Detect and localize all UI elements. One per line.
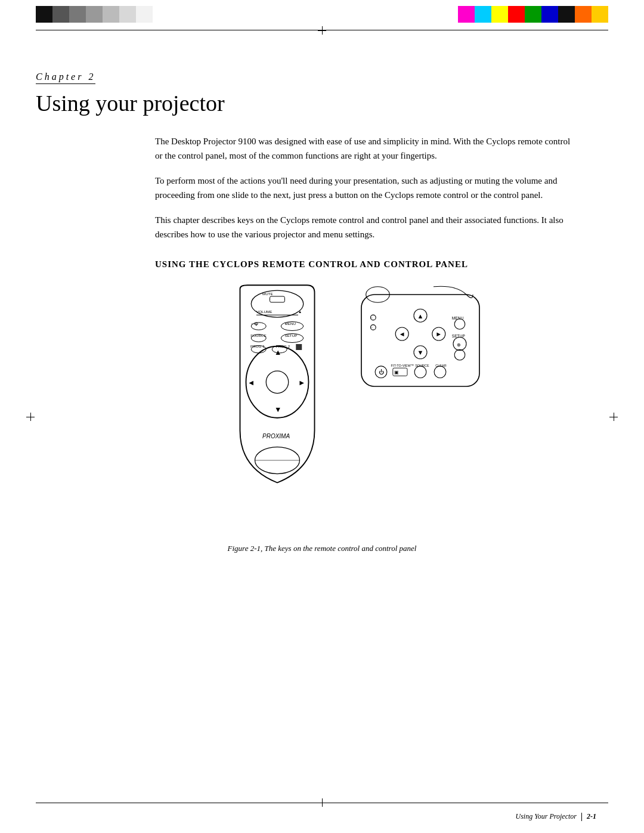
crosshair-right: [608, 411, 619, 422]
svg-point-47: [454, 349, 465, 360]
color-blocks-right: [458, 6, 608, 23]
svg-rect-2: [270, 296, 285, 302]
svg-text:►: ►: [435, 330, 442, 337]
svg-text:▼: ▼: [274, 405, 281, 414]
figure-caption: Figure 2-1, The keys on the remote contr…: [36, 544, 608, 553]
svg-text:▣: ▣: [394, 370, 399, 375]
remote-control-diagram: MUTE VOLUME ▲ ☼/⏻ MENU SOURCE SETUP PROG…: [218, 281, 337, 535]
svg-text:○: ○: [370, 326, 372, 329]
paragraph-3: This chapter describes keys on the Cyclo…: [155, 213, 572, 241]
crosshair-top: [317, 25, 327, 36]
svg-text:SOURCE: SOURCE: [250, 333, 267, 337]
svg-text:MUTE: MUTE: [262, 292, 273, 296]
color-blocks-left: [36, 6, 153, 23]
main-content: Chapter 2 Using your projector The Deskt…: [36, 42, 608, 797]
svg-text:◄: ◄: [399, 330, 405, 337]
svg-rect-16: [296, 344, 302, 350]
svg-text:⊕: ⊕: [457, 342, 461, 348]
footer: Using Your Projector 2-1: [516, 812, 596, 821]
svg-point-56: [434, 366, 446, 378]
section-heading: USING THE CYCLOPS REMOTE CONTROL AND CON…: [155, 259, 608, 270]
svg-text:⏻: ⏻: [379, 369, 384, 375]
svg-text:FIT-TO-VIEW™: FIT-TO-VIEW™: [391, 364, 414, 367]
page-number: 2-1: [587, 812, 596, 821]
svg-text:▲: ▲: [417, 312, 424, 320]
svg-point-8: [251, 323, 266, 330]
svg-point-43: [454, 319, 465, 330]
control-panel-diagram: ○ ○ ▲ ◄ ► ▼ MENU ⊕ SETUP: [355, 281, 486, 413]
paragraph-2: To perform most of the actions you'll ne…: [155, 174, 572, 202]
svg-text:▲: ▲: [274, 348, 281, 357]
svg-text:SETUP: SETUP: [452, 334, 466, 338]
svg-text:►: ►: [298, 379, 305, 387]
chapter-title: Using your projector: [36, 90, 608, 116]
svg-text:◄: ◄: [247, 379, 255, 387]
svg-text:▲: ▲: [298, 309, 302, 314]
footer-text: Using Your Projector: [516, 812, 577, 821]
svg-text:○: ○: [370, 316, 372, 320]
paragraph-1: The Desktop Projector 9100 was designed …: [155, 134, 572, 163]
svg-point-54: [414, 366, 426, 378]
svg-point-20: [266, 371, 289, 394]
crosshair-bottom: [317, 797, 327, 808]
crosshair-left: [25, 411, 36, 422]
svg-text:▼: ▼: [417, 349, 424, 356]
diagram-container: MUTE VOLUME ▲ ☼/⏻ MENU SOURCE SETUP PROG…: [131, 281, 572, 535]
svg-text:PROXIMA: PROXIMA: [262, 433, 290, 439]
footer-divider: [581, 813, 582, 821]
svg-text:VOLUME: VOLUME: [256, 309, 272, 314]
chapter-label: Chapter 2: [36, 72, 95, 84]
